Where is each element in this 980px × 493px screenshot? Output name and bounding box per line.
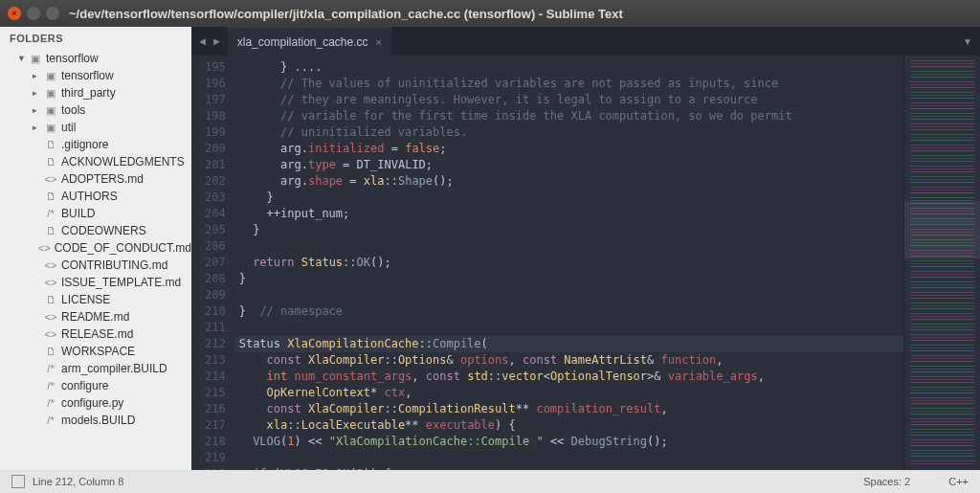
tree-item[interactable]: 🗋WORKSPACE xyxy=(0,343,191,360)
line-number: 218 xyxy=(205,434,226,450)
code-line[interactable]: OpKernelContext* ctx, xyxy=(235,385,903,401)
close-icon[interactable]: × xyxy=(8,7,21,20)
disclosure-icon[interactable]: ▸ xyxy=(33,123,42,132)
tab-overflow-icon[interactable]: ▼ xyxy=(955,27,980,56)
disclosure-icon[interactable]: ▸ xyxy=(33,71,42,80)
code-line[interactable]: // they are meaningless. However, it is … xyxy=(235,92,903,108)
script-icon: /* xyxy=(44,208,57,219)
line-number: 205 xyxy=(205,222,226,238)
status-panel-icon[interactable] xyxy=(11,475,25,488)
main-area: FOLDERS ▼▣tensorflow▸▣tensorflow▸▣third_… xyxy=(0,27,980,470)
minimap-viewport[interactable] xyxy=(904,201,980,258)
tree-item[interactable]: ▸▣util xyxy=(0,119,191,136)
disclosure-icon[interactable]: ▸ xyxy=(33,88,42,98)
tree-item[interactable]: 🗋AUTHORS xyxy=(0,188,191,205)
tree-item[interactable]: ▼▣tensorflow xyxy=(0,50,191,67)
tree-item[interactable]: /*models.BUILD xyxy=(0,412,191,429)
tree-item[interactable]: ▸▣third_party xyxy=(0,84,191,101)
code-line[interactable]: int num_constant_args, const std::vector… xyxy=(235,369,903,385)
disclosure-icon[interactable]: ▼ xyxy=(17,54,27,63)
folder-tree[interactable]: ▼▣tensorflow▸▣tensorflow▸▣third_party▸▣t… xyxy=(0,50,191,470)
line-number: 208 xyxy=(205,271,226,287)
md-icon: <> xyxy=(44,311,57,323)
code-line[interactable]: ++input_num; xyxy=(235,206,903,222)
code-line[interactable]: if (VLOG_IS_ON(2)) { xyxy=(235,466,903,470)
code-view[interactable]: } .... // The values of uninitialized va… xyxy=(235,56,903,470)
tree-label: AUTHORS xyxy=(61,190,118,203)
tree-item[interactable]: 🗋LICENSE xyxy=(0,291,191,308)
code-line[interactable]: VLOG(1) << "XlaCompilationCache::Compile… xyxy=(235,434,903,450)
tree-item[interactable]: <>CODE_OF_CONDUCT.md xyxy=(0,239,191,257)
code-line[interactable]: // uninitialized variables. xyxy=(235,124,903,141)
code-line[interactable]: // variable for the first time inside th… xyxy=(235,108,903,124)
nav-back-icon[interactable]: ◄ xyxy=(197,35,208,47)
line-number: 203 xyxy=(205,190,226,206)
code-line[interactable] xyxy=(235,320,903,336)
tree-item[interactable]: <>README.md xyxy=(0,308,191,325)
status-syntax[interactable]: C++ xyxy=(948,476,969,487)
close-icon[interactable]: × xyxy=(376,36,382,48)
tree-label: RELEASE.md xyxy=(61,327,133,341)
code-line[interactable] xyxy=(235,450,903,466)
code-line[interactable]: arg.shape = xla::Shape(); xyxy=(235,173,903,190)
minimize-icon[interactable] xyxy=(27,7,40,20)
code-line[interactable]: return Status::OK(); xyxy=(235,255,903,271)
code-line[interactable] xyxy=(235,287,903,303)
tree-item[interactable]: 🗋.gitignore xyxy=(0,136,191,153)
tree-item[interactable]: ▸▣tensorflow xyxy=(0,67,191,84)
status-indent[interactable]: Spaces: 2 xyxy=(863,476,910,487)
line-number: 214 xyxy=(205,369,226,385)
tree-item[interactable]: /*BUILD xyxy=(0,205,191,222)
folder-open-icon: ▣ xyxy=(29,53,42,65)
tab-active[interactable]: xla_compilation_cache.cc × xyxy=(228,27,391,56)
tree-label: tools xyxy=(61,103,85,117)
window-title: ~/dev/tensorflow/tensorflow/compiler/jit… xyxy=(69,7,623,21)
code-line[interactable]: } .... xyxy=(235,59,903,76)
status-position[interactable]: Line 212, Column 8 xyxy=(33,476,123,487)
nav-forward-icon[interactable]: ► xyxy=(212,35,222,47)
tree-item[interactable]: /*configure.py xyxy=(0,394,191,412)
code-line[interactable]: } // namespace xyxy=(235,303,903,320)
code-line[interactable] xyxy=(235,238,903,255)
code-line[interactable]: // The values of uninitialized variables… xyxy=(235,76,903,92)
editor-body[interactable]: 1951961971981992002012022032042052062072… xyxy=(191,56,980,470)
code-line[interactable]: Status XlaCompilationCache::Compile( xyxy=(235,336,903,352)
code-line[interactable]: } xyxy=(235,271,903,287)
tree-label: WORKSPACE xyxy=(61,345,135,358)
tree-label: util xyxy=(61,121,76,134)
tree-item[interactable]: ▸▣tools xyxy=(0,101,191,119)
disclosure-icon[interactable]: ▸ xyxy=(33,105,42,115)
tree-item[interactable]: 🗋ACKNOWLEDGMENTS xyxy=(0,153,191,170)
maximize-icon[interactable] xyxy=(46,7,59,20)
tree-label: CODE_OF_CONDUCT.md xyxy=(55,241,191,255)
line-gutter: 1951961971981992002012022032042052062072… xyxy=(191,56,235,470)
tree-label: LICENSE xyxy=(61,293,110,306)
tree-item[interactable]: <>ISSUE_TEMPLATE.md xyxy=(0,274,191,291)
tree-item[interactable]: /*arm_compiler.BUILD xyxy=(0,360,191,377)
tree-item[interactable]: 🗋CODEOWNERS xyxy=(0,222,191,239)
tree-label: ADOPTERS.md xyxy=(61,172,144,186)
folder-icon: ▣ xyxy=(44,122,57,134)
md-icon: <> xyxy=(44,277,57,288)
code-line[interactable]: } xyxy=(235,222,903,238)
tree-label: configure xyxy=(61,379,108,392)
code-line[interactable]: arg.initialized = false; xyxy=(235,141,903,157)
code-line[interactable]: const XlaCompiler::CompilationResult** c… xyxy=(235,401,903,417)
tree-item[interactable]: <>ADOPTERS.md xyxy=(0,170,191,188)
minimap[interactable] xyxy=(903,56,980,470)
code-line[interactable]: } xyxy=(235,190,903,206)
code-line[interactable]: arg.type = DT_INVALID; xyxy=(235,157,903,173)
script-icon: /* xyxy=(44,397,57,409)
tree-label: CODEOWNERS xyxy=(61,224,146,237)
tree-item[interactable]: /*configure xyxy=(0,377,191,394)
code-line[interactable]: const XlaCompiler::Options& options, con… xyxy=(235,352,903,369)
tree-item[interactable]: <>CONTRIBUTING.md xyxy=(0,257,191,274)
tree-item[interactable]: <>RELEASE.md xyxy=(0,325,191,343)
window-controls: × xyxy=(8,7,59,20)
line-number: 211 xyxy=(205,320,226,336)
file-icon: 🗋 xyxy=(44,294,57,305)
tree-label: configure.py xyxy=(61,396,123,410)
window-titlebar[interactable]: × ~/dev/tensorflow/tensorflow/compiler/j… xyxy=(0,0,980,27)
code-line[interactable]: xla::LocalExecutable** executable) { xyxy=(235,417,903,434)
md-icon: <> xyxy=(44,259,57,271)
